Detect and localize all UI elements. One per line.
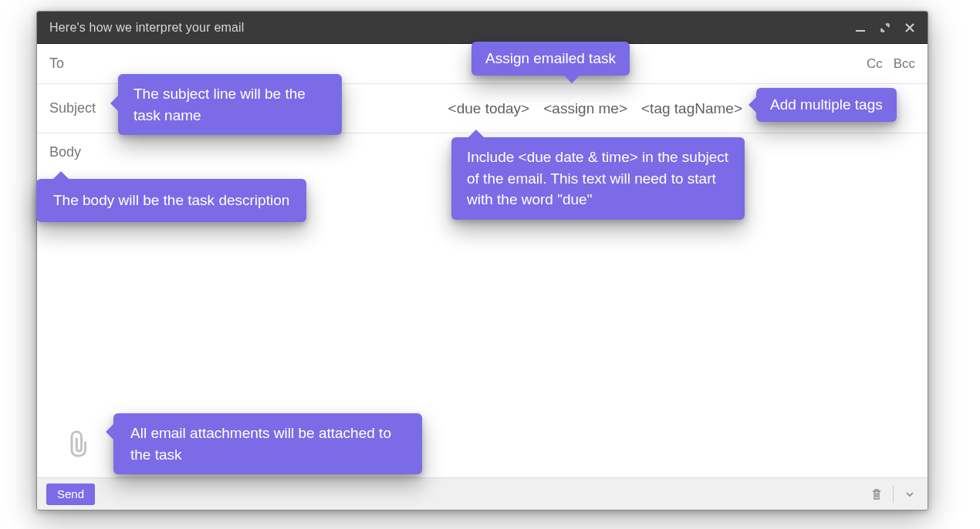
bottom-tools xyxy=(868,486,918,503)
bottom-bar: Send xyxy=(37,477,928,510)
window-controls xyxy=(855,22,915,33)
cc-button[interactable]: Cc xyxy=(867,56,883,72)
bcc-button[interactable]: Bcc xyxy=(894,56,915,72)
minimize-icon[interactable] xyxy=(855,22,866,33)
callout-attach-text: All email attachments will be attached t… xyxy=(130,425,391,463)
token-assign: <assign me> xyxy=(543,100,627,117)
send-button[interactable]: Send xyxy=(46,484,95,505)
callout-due-text: Include <due date & time> in the subject… xyxy=(467,149,728,207)
callout-subject: The subject line will be the task name xyxy=(118,74,342,135)
more-menu-icon[interactable] xyxy=(901,486,918,503)
close-icon[interactable] xyxy=(904,22,915,33)
callout-assign-text: Assign emailed task xyxy=(485,50,616,66)
trash-icon[interactable] xyxy=(868,486,885,503)
callout-tags-text: Add multiple tags xyxy=(770,96,883,113)
titlebar: Here's how we interpret your email xyxy=(37,12,928,44)
paperclip-icon[interactable] xyxy=(66,427,93,460)
token-due: <due today> xyxy=(448,100,530,117)
to-label: To xyxy=(49,56,119,72)
callout-attach: All email attachments will be attached t… xyxy=(113,413,422,474)
subject-label: Subject xyxy=(49,100,119,116)
callout-subject-text: The subject line will be the task name xyxy=(133,86,306,123)
subject-tokens: <due today> <assign me> <tag tagName> xyxy=(448,84,742,133)
callout-assign: Assign emailed task xyxy=(471,42,630,76)
callout-due: Include <due date & time> in the subject… xyxy=(451,137,745,220)
separator xyxy=(893,486,894,503)
cc-bcc-group: Cc Bcc xyxy=(867,56,915,72)
callout-tags: Add multiple tags xyxy=(756,88,897,122)
callout-body-text: The body will be the task description xyxy=(53,192,289,208)
restore-icon[interactable] xyxy=(880,22,890,33)
callout-body: The body will be the task description xyxy=(36,179,306,222)
window-title: Here's how we interpret your email xyxy=(49,21,855,35)
token-tag: <tag tagName> xyxy=(641,100,742,117)
